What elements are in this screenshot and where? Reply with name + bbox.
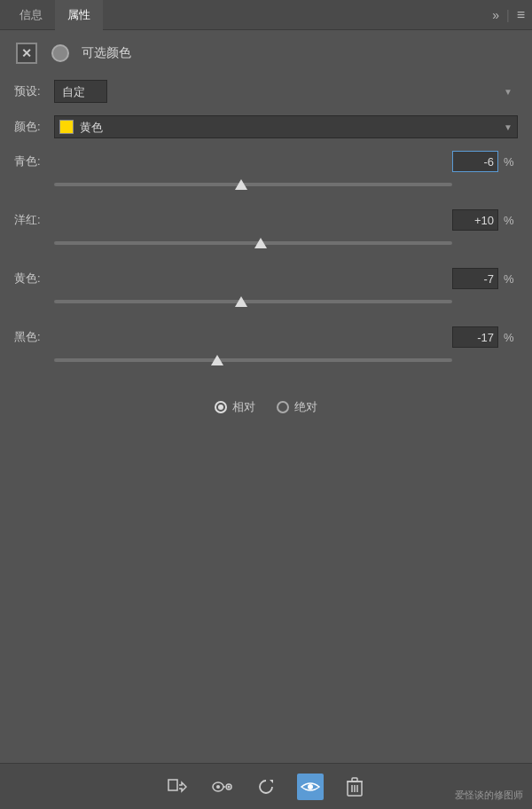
preset-select[interactable]: 自定 — [54, 80, 107, 103]
tab-actions: » | ≡ — [492, 7, 525, 23]
cyan-percent: % — [504, 155, 518, 169]
reset-icon — [257, 778, 275, 796]
cyan-slider-track-row — [54, 176, 452, 193]
mask-icon: ✕ — [16, 43, 37, 64]
cyan-label: 青色: — [14, 153, 54, 169]
svg-point-2 — [216, 785, 220, 789]
preset-control: 自定 ▼ — [54, 80, 518, 103]
watermark: 爱怪谈的修图师 — [455, 789, 523, 802]
panel-content: ✕ 可选颜色 预设: 自定 ▼ 颜色: — [0, 30, 532, 763]
magenta-slider-thumb[interactable] — [254, 238, 267, 248]
color-row: 颜色: 黄色 红色 绿色 蓝色 ▼ — [14, 115, 518, 138]
mask-link-icon — [168, 778, 187, 796]
expand-icon[interactable]: » — [492, 8, 499, 22]
svg-rect-9 — [352, 778, 357, 782]
cyan-slider-thumb[interactable] — [235, 179, 247, 190]
svg-point-6 — [308, 784, 313, 789]
yellow-slider-track-row — [54, 293, 452, 310]
magenta-label: 洋红: — [14, 212, 54, 228]
tab-info-label: 信息 — [20, 7, 43, 23]
radio-relative[interactable]: 相对 — [215, 399, 255, 415]
yellow-value-input[interactable] — [452, 268, 498, 289]
black-label: 黑色: — [14, 329, 54, 345]
magenta-slider-track[interactable] — [54, 241, 452, 245]
header-row: ✕ 可选颜色 — [14, 41, 518, 66]
trash-icon — [347, 777, 363, 797]
yellow-slider-thumb[interactable] — [235, 296, 247, 307]
eye-button[interactable] — [297, 774, 324, 800]
preset-row: 预设: 自定 ▼ — [14, 80, 518, 103]
eye-icon — [301, 780, 320, 794]
color-select-wrapper: 黄色 红色 绿色 蓝色 ▼ — [54, 115, 518, 138]
svg-rect-0 — [168, 780, 177, 790]
preset-dropdown-icon: ▼ — [504, 87, 512, 97]
radio-row: 相对 绝对 — [14, 399, 518, 415]
tab-properties-label: 属性 — [67, 7, 90, 23]
radio-relative-dot — [218, 404, 223, 410]
magenta-input-group: % — [452, 209, 518, 231]
tab-info[interactable]: 信息 — [7, 0, 55, 30]
black-label-row: 黑色: % — [14, 326, 518, 348]
x-icon: ✕ — [21, 46, 32, 60]
svg-marker-5 — [270, 780, 273, 783]
delete-button[interactable] — [341, 774, 368, 800]
magenta-section: 洋红: % — [14, 209, 518, 252]
magenta-value-input[interactable] — [452, 209, 498, 231]
cyan-value-input[interactable] — [452, 151, 498, 172]
cyan-slider-track[interactable] — [54, 183, 452, 186]
preset-label: 预设: — [14, 83, 54, 99]
yellow-label-row: 黄色: % — [14, 268, 518, 289]
menu-icon[interactable]: ≡ — [517, 7, 525, 23]
yellow-input-group: % — [452, 268, 518, 289]
black-value-input[interactable] — [452, 326, 498, 348]
circle-icon — [51, 44, 69, 62]
yellow-section: 黄色: % — [14, 268, 518, 310]
radio-absolute-circle — [277, 401, 289, 413]
yellow-thumb-container — [54, 300, 452, 303]
black-slider-track-row — [54, 351, 452, 369]
svg-point-4 — [228, 785, 231, 788]
preset-select-wrapper: 自定 ▼ — [54, 80, 518, 103]
black-input-group: % — [452, 326, 518, 348]
magenta-percent: % — [504, 214, 518, 227]
radio-absolute[interactable]: 绝对 — [277, 399, 317, 415]
yellow-slider-track[interactable] — [54, 300, 452, 303]
color-control: 黄色 红色 绿色 蓝色 ▼ — [54, 115, 518, 138]
black-percent: % — [504, 331, 518, 344]
cyan-label-row: 青色: % — [14, 151, 518, 172]
radio-relative-circle — [215, 401, 227, 413]
yellow-label: 黄色: — [14, 271, 54, 287]
panel-title: 可选颜色 — [82, 45, 131, 61]
icon-btn-circle[interactable] — [48, 41, 73, 66]
color-select[interactable]: 黄色 红色 绿色 蓝色 — [54, 115, 518, 138]
color-label: 颜色: — [14, 119, 54, 135]
magenta-thumb-container — [54, 241, 452, 245]
eye-chain-icon — [211, 779, 232, 795]
cyan-thumb-container — [54, 183, 452, 186]
tab-bar: 信息 属性 » | ≡ — [0, 0, 532, 30]
radio-relative-label: 相对 — [232, 399, 255, 415]
mask-link-button[interactable] — [164, 774, 191, 800]
tab-properties[interactable]: 属性 — [55, 0, 103, 30]
divider-icon: | — [506, 8, 510, 22]
black-slider-thumb[interactable] — [211, 355, 223, 365]
magenta-slider-track-row — [54, 234, 452, 252]
reset-button[interactable] — [253, 774, 279, 800]
magenta-label-row: 洋红: % — [14, 209, 518, 231]
spacer — [14, 415, 518, 752]
cyan-input-group: % — [452, 151, 518, 172]
visibility-button[interactable] — [208, 774, 235, 800]
yellow-percent: % — [504, 272, 518, 286]
color-swatch — [59, 120, 74, 134]
black-thumb-container — [54, 358, 452, 362]
black-section: 黑色: % — [14, 326, 518, 369]
icon-btn-mask[interactable]: ✕ — [14, 41, 39, 66]
panel: 信息 属性 » | ≡ ✕ 可选颜色 预设: — [0, 0, 532, 809]
bottom-toolbar — [0, 763, 532, 809]
cyan-section: 青色: % — [14, 151, 518, 193]
black-slider-track[interactable] — [54, 358, 452, 362]
radio-absolute-label: 绝对 — [294, 399, 317, 415]
